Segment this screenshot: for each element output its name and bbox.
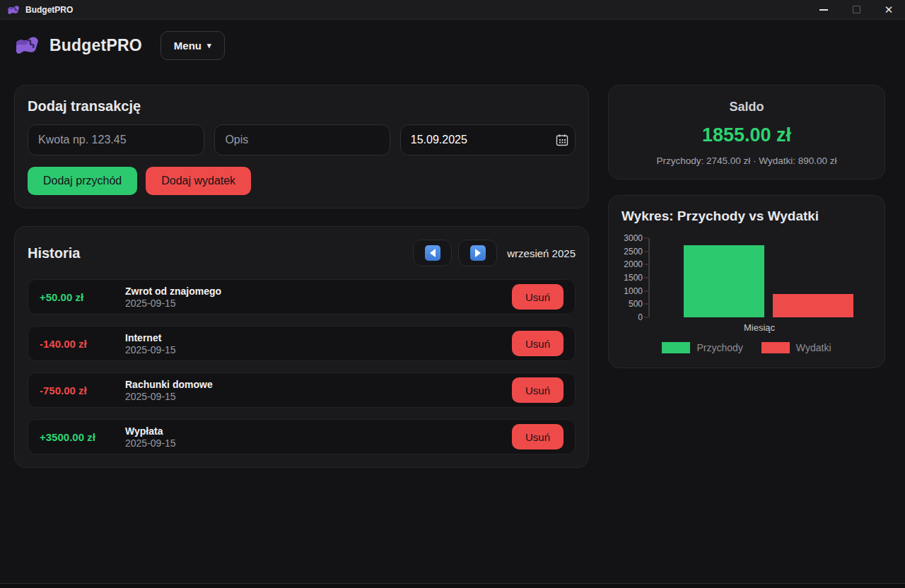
calendar-icon[interactable]: [556, 134, 568, 146]
app-header: BudgetPRO Menu ▾: [0, 20, 905, 71]
history-title: Historia: [28, 245, 407, 261]
add-expense-button[interactable]: Dodaj wydatek: [146, 167, 251, 195]
menu-button[interactable]: Menu ▾: [160, 31, 225, 60]
transaction-description: Wypłata: [125, 425, 512, 437]
arrow-right-icon: [470, 245, 486, 261]
balance-card: Saldo 1855.00 zł Przychody: 2745.00 zł ·…: [608, 85, 885, 180]
main-content: Dodaj transakcję: [0, 71, 905, 468]
titlebar-left: BudgetPRO: [0, 4, 807, 16]
transaction-date: 2025-09-15: [125, 437, 512, 449]
balance-amount: 1855.00 zł: [620, 124, 873, 146]
window-title: BudgetPRO: [25, 5, 73, 15]
app-logo-icon: [7, 4, 20, 16]
y-tick-label: 2000: [621, 259, 643, 269]
y-tick-label: 1000: [621, 286, 643, 296]
transaction-row: -140.00 zł Internet 2025-09-15 Usuń: [28, 326, 576, 361]
transaction-buttons: Dodaj przychód Dodaj wydatek: [28, 167, 576, 195]
y-tick-label: 1500: [621, 273, 643, 283]
chart-legend: Przychody Wydatki: [621, 342, 872, 355]
legend-item-income: Przychody: [662, 342, 742, 353]
legend-item-expense: Wydatki: [761, 342, 831, 353]
transaction-row: -750.00 zł Rachunki domowe 2025-09-15 Us…: [28, 372, 576, 408]
transaction-date: 2025-09-15: [125, 391, 512, 402]
date-input[interactable]: [400, 124, 576, 155]
transaction-date: 2025-09-15: [125, 298, 512, 309]
left-column: Dodaj transakcję: [14, 85, 589, 468]
date-field-wrapper: [400, 124, 576, 155]
y-tick-label: 2500: [621, 247, 643, 257]
add-transaction-card: Dodaj transakcję: [14, 85, 589, 208]
chart-title: Wykres: Przychody vs Wydatki: [621, 208, 872, 224]
maximize-icon: [853, 6, 860, 13]
history-card: Historia wrzesień 2025 +50.00 zł Zwrot o…: [14, 226, 589, 468]
transaction-info: Zwrot od znajomego 2025-09-15: [125, 286, 512, 309]
description-input[interactable]: [214, 124, 390, 155]
history-header: Historia wrzesień 2025: [28, 240, 576, 266]
transaction-info: Internet 2025-09-15: [125, 332, 512, 355]
bar-chart: 3000 2500 2000 1500 1000 500 0: [621, 235, 872, 317]
previous-month-button[interactable]: [413, 240, 452, 266]
delete-button[interactable]: Usuń: [512, 284, 564, 310]
transaction-description: Zwrot od znajomego: [125, 286, 512, 297]
month-label: wrzesień 2025: [507, 247, 576, 259]
y-tick-label: 0: [621, 312, 643, 322]
amount-input[interactable]: [28, 124, 204, 155]
transaction-form-row: [28, 124, 576, 155]
transaction-row: +3500.00 zł Wypłata 2025-09-15 Usuń: [28, 419, 576, 454]
y-tick-label: 500: [621, 299, 643, 309]
transaction-amount: -140.00 zł: [40, 338, 125, 350]
app-name: BudgetPRO: [49, 36, 142, 55]
legend-label: Wydatki: [796, 342, 831, 353]
chart-y-axis: 3000 2500 2000 1500 1000 500 0: [623, 238, 648, 317]
transaction-amount: +3500.00 zł: [40, 431, 125, 443]
menu-label: Menu: [174, 40, 202, 52]
close-button[interactable]: ✕: [872, 0, 905, 20]
app-logo-icon: [14, 34, 40, 57]
window-bottom-edge: [0, 584, 905, 588]
transaction-amount: -750.00 zł: [40, 384, 125, 396]
transaction-amount: +50.00 zł: [40, 291, 125, 303]
transaction-description: Internet: [125, 332, 512, 343]
transaction-info: Wypłata 2025-09-15: [125, 425, 512, 449]
delete-button[interactable]: Usuń: [512, 377, 564, 403]
transaction-description: Rachunki domowe: [125, 379, 512, 390]
maximize-button[interactable]: [840, 0, 872, 20]
minimize-icon: [819, 9, 828, 11]
chart-card: Wykres: Przychody vs Wydatki 3000 2500 2…: [608, 195, 885, 368]
expense-bar: [773, 294, 853, 317]
chart-x-axis-label: Miesiąc: [647, 322, 872, 333]
minimize-button[interactable]: [807, 0, 840, 20]
balance-title: Saldo: [620, 100, 873, 114]
transaction-date: 2025-09-15: [125, 344, 512, 355]
income-swatch: [662, 342, 690, 353]
chevron-down-icon: ▾: [207, 41, 211, 50]
y-tick-label: 3000: [621, 233, 643, 243]
titlebar: BudgetPRO ✕: [0, 0, 905, 20]
balance-summary: Przychody: 2745.00 zł · Wydatki: 890.00 …: [620, 155, 873, 166]
expense-swatch: [761, 342, 790, 353]
arrow-left-icon: [425, 245, 440, 261]
add-income-button[interactable]: Dodaj przychód: [28, 167, 137, 195]
transaction-info: Rachunki domowe 2025-09-15: [125, 379, 512, 402]
transaction-row: +50.00 zł Zwrot od znajomego 2025-09-15 …: [28, 279, 576, 314]
delete-button[interactable]: Usuń: [512, 424, 564, 449]
right-column: Saldo 1855.00 zł Przychody: 2745.00 zł ·…: [608, 85, 885, 468]
add-transaction-title: Dodaj transakcję: [28, 98, 576, 114]
chart-plot-area: [648, 238, 872, 317]
income-bar: [684, 245, 764, 317]
legend-label: Przychody: [696, 342, 742, 353]
delete-button[interactable]: Usuń: [512, 331, 564, 356]
next-month-button[interactable]: [458, 240, 497, 266]
